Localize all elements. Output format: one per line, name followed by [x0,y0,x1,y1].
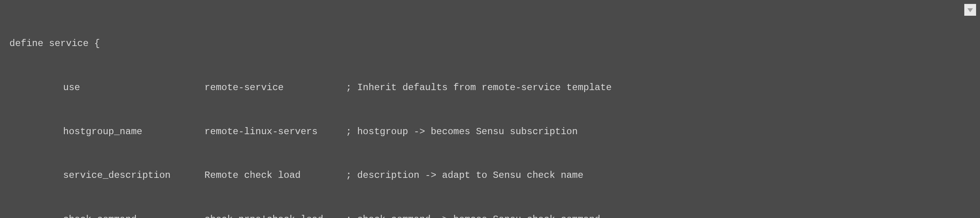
dropdown-button[interactable] [964,4,976,16]
code-semicolon: ; [346,168,357,183]
chevron-down-icon [967,2,973,17]
svg-marker-0 [967,8,973,12]
code-comment: check_command -> bemces Sensu check comm… [357,214,600,218]
code-row: service_descriptionRemote check load;des… [9,168,971,183]
code-row: hostgroup_nameremote-linux-servers;hostg… [9,124,971,139]
code-line-open: define service { [9,36,971,51]
code-key: hostgroup_name [63,124,205,139]
code-key: use [63,80,205,95]
code-semicolon: ; [346,212,357,218]
code-comment: Inherit defaults from remote-service tem… [357,82,612,93]
code-block: define service { useremote-service;Inher… [9,7,971,218]
code-comment: hostgroup -> becomes Sensu subscription [357,126,578,137]
code-comment: description -> adapt to Sensu check name [357,170,583,181]
code-value: remote-linux-servers [205,124,346,139]
code-row: useremote-service;Inherit defaults from … [9,80,971,95]
code-key: service_description [63,168,205,183]
code-semicolon: ; [346,80,357,95]
code-value: remote-service [205,80,346,95]
code-row: check_commandcheck_nrpe!check_load;check… [9,212,971,218]
code-value: Remote check load [205,168,346,183]
code-key: check_command [63,212,205,218]
code-value: check_nrpe!check_load [205,212,346,218]
code-semicolon: ; [346,124,357,139]
